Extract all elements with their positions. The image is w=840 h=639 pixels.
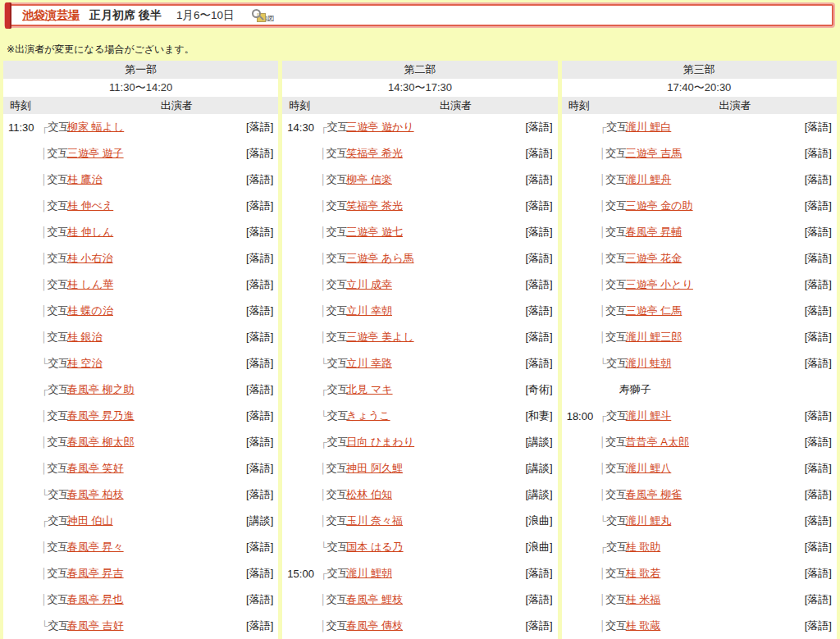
alternating-label: 交互 — [605, 199, 627, 213]
performer-link[interactable]: 神田 伯山 — [67, 513, 113, 528]
performer-link[interactable]: 春風亭 昇也 — [67, 592, 124, 607]
performer-link[interactable]: 春風亭 柳之助 — [67, 382, 135, 397]
performer-link[interactable]: 桂 小右治 — [67, 251, 113, 266]
table-row: │ 交互 桂 歌蔵 [落語] — [562, 613, 837, 639]
alternating-label: 交互 — [605, 146, 627, 161]
performer-link[interactable]: 桂 伸しん — [67, 225, 113, 240]
genre-tag: [落語] — [805, 592, 832, 607]
performer-link[interactable]: きょうこ — [346, 409, 390, 423]
performer-link[interactable]: 春風亭 柳太郎 — [67, 435, 135, 450]
table-row: └ 交互 立川 幸路 [落語] — [282, 350, 557, 377]
alternating-label: 交互 — [326, 461, 348, 476]
performer-link[interactable]: 瀧川 鯉舟 — [626, 172, 672, 187]
alternating-group: └ 交互 — [320, 409, 349, 423]
performer-link[interactable]: 日向 ひまわり — [346, 435, 414, 450]
performer-link[interactable]: 三遊亭 遊かり — [346, 120, 413, 135]
table-row: │ 交互 笑福亭 希光 [落語] — [282, 140, 557, 167]
alternating-group: │ 交互 — [600, 435, 628, 450]
genre-tag: [講談] — [525, 487, 552, 502]
performer-link[interactable]: 三遊亭 小とり — [626, 277, 693, 292]
group-bracket-icon: │ — [41, 594, 48, 605]
alternating-label: 交互 — [605, 172, 627, 187]
alternating-label: 交互 — [605, 277, 627, 292]
group-bracket-icon: │ — [320, 279, 326, 290]
performer-link[interactable]: 春風亭 吉好 — [67, 618, 124, 633]
performer-link[interactable]: 瀧川 蛙朝 — [626, 356, 672, 371]
performer-link[interactable]: 春風亭 昇輔 — [626, 225, 682, 240]
performer-link[interactable]: 瀧川 鯉三郎 — [626, 330, 682, 345]
performer-link[interactable]: 昔昔亭 A太郎 — [626, 435, 689, 450]
alternating-group: └ 交互 — [600, 356, 628, 371]
venue-link[interactable]: 池袋演芸場 — [22, 8, 80, 23]
performer-link[interactable]: 玉川 奈々福 — [346, 513, 403, 528]
performer-link[interactable]: 桂 米福 — [626, 592, 661, 607]
performer-link[interactable]: 春風亭 昇々 — [67, 540, 124, 555]
table-row: │ 交互 玉川 奈々福 [浪曲] — [282, 508, 557, 534]
performer-link[interactable]: 三遊亭 あら馬 — [346, 251, 413, 266]
performer-link[interactable]: 三遊亭 金の助 — [626, 199, 693, 213]
performer-link[interactable]: 三遊亭 花金 — [626, 251, 682, 266]
performer-link[interactable]: 瀧川 鯉斗 — [626, 409, 672, 423]
table-row: │ 交互 春風亭 傳枝 [落語] — [282, 613, 557, 639]
alternating-group: └ 交互 — [320, 356, 349, 371]
performer-link[interactable]: 立川 幸朝 — [346, 304, 392, 318]
table-row: │ 交互 瀧川 鯉八 [落語] — [562, 455, 837, 482]
performer-link[interactable]: 北見 マキ — [346, 382, 392, 397]
genre-tag: [落語] — [246, 592, 273, 607]
group-bracket-icon: │ — [320, 200, 326, 212]
genre-tag: [浪曲] — [525, 540, 552, 555]
performer-link[interactable]: 立川 成幸 — [346, 277, 392, 292]
performer-link[interactable]: 柳家 蝠よし — [67, 120, 124, 135]
performer-link[interactable]: 桂 蝶の治 — [67, 304, 113, 318]
alternating-label: 交互 — [326, 592, 348, 607]
performer-link[interactable]: 春風亭 笑好 — [67, 461, 124, 476]
table-row: │ 交互 春風亭 柳太郎 [落語] — [3, 429, 278, 455]
performer-link[interactable]: 立川 幸路 — [346, 356, 392, 371]
performer-link[interactable]: 瀧川 鯉朝 — [346, 566, 392, 581]
performer-link[interactable]: 瀧川 鯉白 — [626, 120, 672, 135]
alternating-group: └ 交互 — [41, 618, 70, 633]
performer-link[interactable]: 桂 歌助 — [626, 540, 661, 555]
performer-link[interactable]: 春風亭 柳雀 — [626, 487, 682, 502]
genre-tag: [落語] — [525, 146, 552, 161]
part-column-1: 第一部 11:30〜14:20 時刻 出演者 11:30 ┌ 交互 柳家 蝠よし… — [3, 61, 278, 639]
performer-link[interactable]: 春風亭 昇乃進 — [67, 409, 135, 423]
performer-link[interactable]: 瀧川 鯉丸 — [626, 513, 672, 528]
performer-link[interactable]: 柳亭 信楽 — [346, 172, 392, 187]
performer-link[interactable]: 桂 鷹治 — [67, 172, 103, 187]
performer-link[interactable]: 三遊亭 仁馬 — [626, 304, 682, 318]
group-bracket-icon: └ — [600, 515, 607, 527]
group-bracket-icon: │ — [600, 200, 606, 212]
performer-link[interactable]: 桂 歌蔵 — [626, 618, 661, 633]
performer-link[interactable]: 桂 銀治 — [67, 330, 103, 345]
performer-link[interactable]: 笑福亭 希光 — [346, 146, 403, 161]
alternating-label: 交互 — [605, 435, 627, 450]
alternating-group: │ 交互 — [600, 461, 628, 476]
performer-link[interactable]: 三遊亭 遊子 — [67, 146, 124, 161]
performer-link[interactable]: 三遊亭 遊七 — [346, 225, 403, 240]
performer-link[interactable]: 桂 空治 — [67, 356, 103, 371]
performer-link[interactable]: 春風亭 柏枝 — [67, 487, 124, 502]
performer-link[interactable]: 春風亭 鯉枝 — [346, 592, 403, 607]
performer-link[interactable]: 笑福亭 茶光 — [346, 199, 403, 213]
performer-link[interactable]: 松林 伯知 — [346, 487, 392, 502]
alternating-label: 交互 — [605, 618, 627, 633]
map-link[interactable]: 地図 — [252, 9, 274, 22]
table-row: │ 交互 桂 歌若 [落語] — [562, 560, 837, 587]
performer-link[interactable]: 桂 歌若 — [626, 566, 661, 581]
performer-link[interactable]: 春風亭 傳枝 — [346, 618, 403, 633]
performer-link[interactable]: 桂 しん華 — [67, 277, 113, 292]
performer-link[interactable]: 桂 伸べえ — [67, 199, 113, 213]
column-header-row: 時刻 出演者 — [562, 97, 837, 114]
performer-link[interactable]: 春風亭 昇吉 — [67, 566, 124, 581]
group-bracket-icon: ┌ — [41, 384, 48, 395]
group-bracket-icon: └ — [320, 358, 327, 369]
performer-link[interactable]: 瀧川 鯉八 — [626, 461, 672, 476]
alternating-group: │ 交互 — [600, 251, 628, 266]
performer-link[interactable]: 三遊亭 吉馬 — [626, 146, 682, 161]
performer-link[interactable]: 神田 阿久鯉 — [346, 461, 403, 476]
performer-link[interactable]: 三遊亭 美よし — [346, 330, 413, 345]
genre-tag: [落語] — [525, 618, 552, 633]
table-row: 15:00 ┌ 交互 瀧川 鯉朝 [落語] — [282, 560, 557, 587]
performer-link[interactable]: 国本 はる乃 — [346, 540, 403, 555]
